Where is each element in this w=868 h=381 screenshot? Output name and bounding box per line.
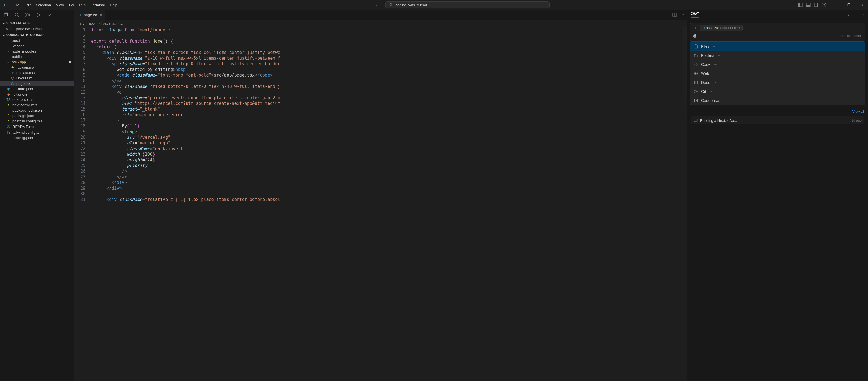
breadcrumb-segment[interactable]: src <box>80 22 84 26</box>
menu-view[interactable]: View <box>54 2 66 8</box>
close-icon[interactable]: × <box>862 13 865 17</box>
file-item[interactable]: {}package.json <box>0 113 74 118</box>
context-chip[interactable]: ⬡ page.tsx Current File × <box>700 25 743 31</box>
file-item[interactable]: ◆.gitignore <box>0 92 74 97</box>
file-item[interactable]: ★favicon.ico <box>0 65 74 70</box>
new-chat-icon[interactable]: + <box>842 13 844 17</box>
chat-history-item[interactable]: Building a Next.js Ap... 1d ago <box>691 116 864 124</box>
file-type-icon: TS <box>6 98 11 102</box>
svg-rect-24 <box>694 99 698 102</box>
chat-input[interactable]: + ⬡ page.tsx Current File × @ alt+↵ no c… <box>690 23 865 41</box>
file-item[interactable]: JSnext.config.mjs <box>0 102 74 108</box>
breadcrumb-segment[interactable]: ⬡ page.tsx <box>99 22 116 26</box>
menu-edit[interactable]: Edit <box>22 2 33 8</box>
context-option-git[interactable]: Git→ <box>690 87 865 96</box>
close-icon[interactable]: × <box>6 27 8 31</box>
workspace-header[interactable]: ⌄ CODING_WITH_CURSOR <box>0 32 74 38</box>
open-editors-header[interactable]: ⌄ OPEN EDITORS <box>0 20 74 26</box>
minimap[interactable] <box>683 27 687 381</box>
window-close-icon[interactable]: ✕ <box>855 0 868 10</box>
nav-forward-icon[interactable]: → <box>374 3 377 7</box>
breadcrumb-segment[interactable]: ... <box>120 22 123 26</box>
split-editor-icon[interactable] <box>673 12 677 17</box>
app-logo <box>0 2 10 7</box>
context-option-docs[interactable]: Docs→ <box>690 78 865 87</box>
code-editor[interactable]: 1234567891011121314151617181920212223242… <box>74 27 687 381</box>
open-editor-item[interactable]: × ⬡ page.tsx src\app <box>0 26 74 32</box>
layout-right-icon[interactable] <box>813 1 819 8</box>
svg-point-15 <box>26 13 27 14</box>
file-type-icon: # <box>10 71 15 75</box>
react-file-icon: ⬡ <box>702 26 705 30</box>
file-item[interactable]: TSnext-env.d.ts <box>0 97 74 102</box>
menu-go[interactable]: Go <box>67 2 76 8</box>
folder-item[interactable]: ›.vscode <box>0 43 74 48</box>
code-icon <box>694 62 698 67</box>
context-option-folders[interactable]: Folders→ <box>690 51 865 60</box>
source-control-icon[interactable] <box>25 12 31 18</box>
file-item[interactable]: ⬡layout.tsx <box>0 75 74 81</box>
file-item[interactable]: {}tsconfig.json <box>0 135 74 140</box>
file-type-icon: ★ <box>10 66 15 70</box>
folder-item[interactable]: ⌄src \ app <box>0 59 74 65</box>
view-all-link[interactable]: View all <box>852 110 864 114</box>
chevron-down-icon[interactable] <box>46 12 52 18</box>
nav-back-icon[interactable]: ← <box>367 3 370 7</box>
folder-item[interactable]: ›node_modules <box>0 48 74 54</box>
file-item[interactable]: JSpostcss.config.mjs <box>0 118 74 124</box>
explorer-files-icon[interactable] <box>3 12 9 18</box>
file-tree: ›.next›.vscode›node_modules›public⌄src \… <box>0 38 74 381</box>
context-option-code[interactable]: Code→ <box>690 60 865 69</box>
file-type-icon: ⬡ <box>10 76 15 80</box>
folder-item[interactable]: ›public <box>0 54 74 59</box>
editor-tab[interactable]: ⬡ page.tsx × <box>74 10 105 20</box>
expand-icon[interactable]: ⛶ <box>855 13 858 17</box>
command-center-search[interactable]: coding_with_cursor <box>385 1 550 8</box>
file-type-icon: ⓘ <box>6 124 11 129</box>
breadcrumb-segment[interactable]: app <box>89 22 95 26</box>
file-item[interactable]: TStailwind.config.ts <box>0 130 74 135</box>
context-option-web[interactable]: Web <box>690 69 865 78</box>
chat-bubble-icon <box>693 118 698 123</box>
file-icon <box>694 44 698 48</box>
menu-help[interactable]: Help <box>107 2 120 8</box>
context-menu: Files→Folders→Code→WebDocs→Git→Codebase <box>690 41 865 105</box>
breadcrumb[interactable]: src›app›⬡ page.tsx›... <box>74 20 687 27</box>
file-type-icon: ◆ <box>6 93 11 96</box>
svg-point-16 <box>26 15 27 17</box>
file-item[interactable]: #globals.css <box>0 70 74 75</box>
file-type-icon: {} <box>6 114 11 118</box>
window-minimize-icon[interactable]: ─ <box>830 0 842 10</box>
context-option-codebase[interactable]: Codebase <box>690 96 865 105</box>
remove-chip-icon[interactable]: × <box>739 26 741 30</box>
folder-icon <box>694 53 698 58</box>
file-type-icon: {} <box>6 108 11 112</box>
history-icon[interactable]: ↻ <box>848 13 851 17</box>
menu-terminal[interactable]: Terminal <box>89 2 107 8</box>
chevron-icon: › <box>6 38 10 43</box>
menu-file[interactable]: File <box>11 2 22 8</box>
run-debug-icon[interactable] <box>36 12 41 18</box>
file-item[interactable]: ◉.eslintrc.json <box>0 86 74 92</box>
menu-selection[interactable]: Selection <box>33 2 53 8</box>
more-actions-icon[interactable]: ⋯ <box>680 12 684 17</box>
window-maximize-icon[interactable]: ❐ <box>842 0 855 10</box>
settings-gear-icon[interactable] <box>821 1 828 8</box>
chevron-down-icon: ⌄ <box>2 21 5 25</box>
close-icon[interactable]: × <box>100 13 102 17</box>
layout-left-icon[interactable] <box>797 1 804 8</box>
file-type-icon: {} <box>6 136 11 140</box>
chevron-icon: › <box>6 55 10 59</box>
menu-run[interactable]: Run <box>77 2 88 8</box>
svg-rect-0 <box>3 3 7 7</box>
search-icon[interactable] <box>14 12 20 18</box>
file-item[interactable]: {}package-lock.json <box>0 108 74 113</box>
file-item[interactable]: ⬡page.tsx <box>0 81 74 86</box>
svg-point-13 <box>15 13 18 16</box>
file-item[interactable]: ⓘREADME.md <box>0 124 74 130</box>
arrow-right-icon: → <box>709 89 713 94</box>
context-option-files[interactable]: Files→ <box>690 42 865 51</box>
layout-bottom-icon[interactable] <box>805 1 812 8</box>
folder-item[interactable]: ›.next <box>0 38 74 43</box>
add-context-button[interactable]: + <box>692 25 698 31</box>
